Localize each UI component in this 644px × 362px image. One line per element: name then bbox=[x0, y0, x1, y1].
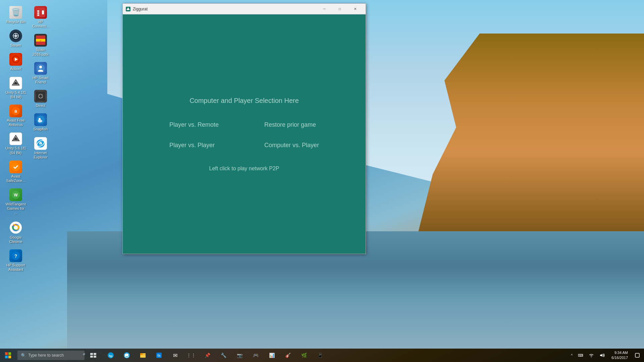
taskbar-edge-button[interactable] bbox=[119, 349, 134, 361]
svg-rect-63 bbox=[635, 353, 639, 357]
wifi-icon[interactable] bbox=[587, 352, 595, 358]
taskbar-app11-button[interactable]: 📊 bbox=[264, 349, 279, 361]
svg-rect-58 bbox=[140, 353, 143, 355]
desktop-icon-hp-connect[interactable]: HP Connect... bbox=[29, 5, 52, 30]
desktop-icon-wildtangent[interactable]: W WildTangent Games for ... bbox=[4, 187, 28, 217]
desktop-icon-chrome[interactable]: Google Chrome bbox=[4, 220, 28, 245]
svg-rect-52 bbox=[90, 356, 93, 358]
action-label: Action! bbox=[10, 67, 21, 71]
avast-safe-label: Avast SafeZone... bbox=[5, 174, 26, 183]
maximize-button[interactable]: □ bbox=[332, 4, 347, 14]
desktop-icon-spain[interactable]: P Spain 2016.pptx bbox=[29, 33, 52, 58]
window-app-icon bbox=[125, 6, 131, 12]
taskbar-store-button[interactable]: 🛍 bbox=[152, 349, 166, 361]
desktop-icon-avast-free[interactable]: a Avast Free Antivirus bbox=[4, 103, 28, 128]
minimize-button[interactable]: ─ bbox=[317, 4, 332, 14]
desktop-icon-direct[interactable]: Direct bbox=[29, 88, 52, 109]
system-tray-expand-button[interactable]: ^ bbox=[570, 353, 574, 358]
svg-rect-51 bbox=[94, 353, 96, 355]
svg-text:W: W bbox=[14, 193, 18, 197]
hp-connect-label: HP Connect... bbox=[30, 20, 51, 28]
chrome-label: Google Chrome bbox=[5, 235, 26, 244]
file-explorer-icon bbox=[140, 352, 146, 359]
spain-icon: P bbox=[34, 34, 47, 47]
avast-safe-icon bbox=[9, 161, 22, 173]
svg-point-2 bbox=[14, 35, 17, 37]
steam-label: Steam bbox=[10, 43, 21, 48]
ie-icon: e bbox=[34, 137, 47, 150]
chrome-icon bbox=[9, 221, 22, 234]
desktop-icon-avast-safe[interactable]: Avast SafeZone... bbox=[4, 159, 28, 184]
svg-rect-32 bbox=[36, 92, 45, 101]
svg-rect-25 bbox=[37, 14, 39, 16]
microphone-icon[interactable]: 🎤 bbox=[80, 353, 86, 358]
selection-title: Computer and Player Selection Here bbox=[190, 97, 299, 105]
svg-point-34 bbox=[39, 94, 40, 96]
taskbar-app12-button[interactable]: 🎸 bbox=[280, 349, 295, 361]
desktop: 🗑️ Recycle Bin Steam bbox=[0, 0, 644, 362]
svg-point-36 bbox=[39, 97, 40, 98]
volume-icon[interactable] bbox=[598, 352, 606, 358]
taskbar-app10-button[interactable]: 🎮 bbox=[248, 349, 263, 361]
desktop-icon-unity1[interactable]: Unity 5.4.1f1 (64 bit) bbox=[4, 75, 28, 101]
taskbar-explorer-button[interactable] bbox=[136, 349, 150, 361]
desktop-icon-ie[interactable]: e Internet Explorer bbox=[29, 136, 52, 161]
player-vs-remote-option[interactable]: Player vs. Remote bbox=[169, 121, 224, 128]
desktop-icon-unity2[interactable]: Unity 5.6.1f1 (64 Bit) bbox=[4, 131, 28, 156]
svg-text:hp: hp bbox=[109, 354, 113, 358]
system-tray: ^ ⌨ 9:34 AM 6/16/2017 bbox=[567, 350, 644, 361]
desktop-icon-hp-smart[interactable]: HP Smart Friend bbox=[29, 61, 52, 86]
taskbar-hp-button[interactable]: hp bbox=[103, 349, 118, 361]
window-titlebar[interactable]: Ziggurat ─ □ ✕ bbox=[123, 4, 366, 14]
restore-prior-option[interactable]: Restore prior game bbox=[264, 121, 319, 128]
snapfish-icon bbox=[34, 113, 47, 126]
task-view-icon bbox=[90, 353, 96, 358]
recycle-bin-label: Recycle Bin bbox=[6, 20, 25, 24]
taskbar-app7-button[interactable]: 📌 bbox=[200, 349, 215, 361]
wildtangent-label: WildTangent Games for ... bbox=[5, 202, 26, 216]
taskbar-app14-button[interactable]: 📱 bbox=[313, 349, 327, 361]
desktop-icon-recycle-bin[interactable]: 🗑️ Recycle Bin bbox=[4, 5, 28, 25]
window-title-text: Ziggurat bbox=[133, 7, 317, 11]
desktop-icon-hp-support[interactable]: ? HP Support Assistant bbox=[4, 248, 28, 273]
clock-date: 6/16/2017 bbox=[611, 355, 628, 360]
svg-point-31 bbox=[39, 66, 42, 68]
task-view-button[interactable] bbox=[86, 349, 101, 361]
taskbar-clock[interactable]: 9:34 AM 6/16/2017 bbox=[609, 350, 631, 361]
notification-center-button[interactable] bbox=[633, 352, 641, 359]
svg-point-37 bbox=[41, 97, 43, 98]
window-content: Computer and Player Selection Here Playe… bbox=[123, 14, 366, 254]
hp-support-icon: ? bbox=[9, 249, 22, 262]
unity1-label: Unity 5.4.1f1 (64 bit) bbox=[5, 90, 26, 99]
computer-vs-player-option[interactable]: Computer vs. Player bbox=[264, 142, 319, 149]
window-controls: ─ □ ✕ bbox=[317, 4, 363, 14]
action-icon bbox=[9, 53, 22, 66]
svg-rect-50 bbox=[90, 353, 93, 355]
start-button[interactable] bbox=[0, 349, 16, 362]
taskbar-app5-button[interactable]: ✉ bbox=[168, 349, 182, 361]
search-icon: 🔍 bbox=[21, 353, 26, 358]
taskbar-app9-button[interactable]: 📷 bbox=[232, 349, 247, 361]
svg-text:e: e bbox=[40, 142, 42, 145]
notification-bell-icon bbox=[635, 353, 640, 358]
game-options-grid: Player vs. Remote Restore prior game Pla… bbox=[169, 121, 319, 149]
search-input[interactable] bbox=[28, 353, 78, 358]
desktop-icon-action[interactable]: Action! bbox=[4, 52, 28, 72]
svg-text:P: P bbox=[40, 40, 41, 42]
svg-rect-47 bbox=[8, 352, 11, 355]
taskbar-app13-button[interactable]: 🌿 bbox=[297, 349, 311, 361]
player-vs-player-option[interactable]: Player vs. Player bbox=[169, 142, 224, 149]
svg-rect-49 bbox=[8, 356, 11, 358]
unity1-icon bbox=[9, 77, 22, 89]
taskbar-app8-button[interactable]: 🔧 bbox=[216, 349, 231, 361]
taskbar-app6-button[interactable]: ⋮⋮ bbox=[184, 349, 199, 361]
taskbar-search-box[interactable]: 🔍 🎤 bbox=[17, 351, 85, 360]
desktop-icon-snapfish[interactable]: Snapfish bbox=[29, 112, 52, 133]
network-hint-text: Left click to play network P2P bbox=[209, 166, 279, 172]
close-button[interactable]: ✕ bbox=[347, 4, 363, 14]
keyboard-icon[interactable]: ⌨ bbox=[577, 353, 585, 358]
hp-smart-icon bbox=[34, 62, 47, 75]
desktop-icon-steam[interactable]: Steam bbox=[4, 28, 28, 49]
recycle-bin-icon: 🗑️ bbox=[9, 6, 22, 19]
spain-label: Spain 2016.pptx bbox=[30, 48, 51, 56]
